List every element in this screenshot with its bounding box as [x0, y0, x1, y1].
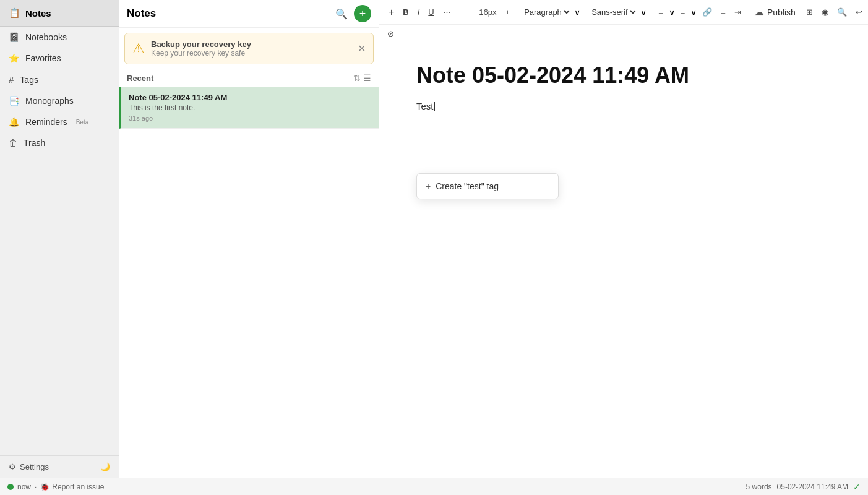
status-right: 5 words 05-02-2024 11:49 AM ✓: [746, 482, 861, 492]
columns-button[interactable]: ⊞: [803, 6, 816, 19]
sidebar-header: 📋 Notes: [0, 0, 119, 27]
settings-label: Settings: [20, 462, 49, 471]
report-issue-label: Report an issue: [52, 483, 104, 491]
night-mode-icon: 🌙: [100, 462, 110, 471]
warning-banner: ⚠ Backup your recovery key Keep your rec…: [124, 33, 374, 64]
night-mode-button[interactable]: 🌙: [100, 462, 110, 471]
notes-list-title: Notes: [127, 7, 329, 20]
settings-button[interactable]: ⚙ Settings: [9, 462, 49, 471]
tag-plus-icon: +: [426, 181, 431, 191]
sync-check-icon: ✓: [853, 482, 861, 492]
add-block-button[interactable]: +: [385, 5, 397, 20]
sync-status-dot: [7, 484, 14, 490]
sidebar-item-monographs[interactable]: 📑 Monographs: [0, 90, 119, 111]
recent-actions: ⇅ ☰: [353, 73, 371, 83]
font-size-display: 16px: [476, 6, 499, 19]
sidebar-item-reminders[interactable]: 🔔 Reminders Beta: [0, 111, 119, 132]
format-clear-button[interactable]: ⊘: [384, 27, 397, 40]
tags-icon: #: [9, 74, 14, 85]
undo-button[interactable]: ↩: [853, 6, 866, 19]
warning-text: Backup your recovery key Keep your recov…: [151, 40, 351, 58]
reminders-badge: Beta: [76, 119, 89, 126]
font-family-select[interactable]: Sans-serif: [589, 7, 638, 17]
note-list-item[interactable]: Note 05-02-2024 11:49 AM This is the fir…: [119, 87, 379, 129]
focus-button[interactable]: ◉: [819, 6, 831, 19]
warning-close-button[interactable]: ✕: [358, 43, 366, 54]
editor-top-toolbar: + B I U ⋯ − 16px + Paragraph ∨ Sans-seri…: [379, 0, 868, 25]
add-note-button[interactable]: +: [354, 5, 371, 22]
search-button[interactable]: 🔍: [333, 6, 350, 22]
note-item-preview: This is the first note.: [129, 103, 371, 112]
sidebar-item-label: Monographs: [25, 96, 74, 106]
search-in-note-button[interactable]: 🔍: [834, 6, 850, 19]
sidebar-item-label: Tags: [20, 75, 38, 85]
paragraph-select[interactable]: Paragraph: [522, 7, 572, 17]
sidebar-bottom: ⚙ Settings 🌙: [0, 455, 119, 478]
ordered-list-chevron: ∨: [669, 7, 675, 17]
increase-font-button[interactable]: +: [502, 6, 513, 19]
paragraph-chevron-icon: ∨: [574, 7, 580, 17]
note-item-title: Note 05-02-2024 11:49 AM: [129, 93, 371, 102]
settings-icon: ⚙: [9, 462, 16, 471]
underline-button[interactable]: U: [425, 6, 437, 19]
warning-icon: ⚠: [132, 41, 145, 57]
sidebar-item-label: Notebooks: [25, 32, 67, 42]
note-body-content: Test: [416, 101, 434, 111]
publish-icon: ☁: [754, 6, 764, 18]
ordered-list-button[interactable]: ≡: [655, 6, 666, 19]
link-button[interactable]: 🔗: [699, 6, 715, 19]
reminders-icon: 🔔: [9, 117, 19, 127]
unordered-list-button[interactable]: ≡: [677, 6, 689, 19]
publish-button[interactable]: ☁ Publish: [749, 4, 801, 20]
sidebar-item-label: Favorites: [25, 53, 61, 63]
sidebar-item-label: Trash: [24, 138, 45, 148]
editor-content[interactable]: Note 05-02-2024 11:49 AM Test + Create "…: [379, 43, 868, 478]
recent-header: Recent ⇅ ☰: [119, 69, 379, 87]
more-options-button[interactable]: ⋯: [440, 6, 454, 19]
view-toggle-button[interactable]: ☰: [363, 73, 371, 83]
recent-label: Recent: [127, 74, 350, 83]
text-cursor: [434, 102, 435, 111]
editor-panel: + B I U ⋯ − 16px + Paragraph ∨ Sans-seri…: [379, 0, 868, 478]
notes-icon: 📋: [9, 7, 20, 19]
decrease-font-button[interactable]: −: [463, 6, 474, 19]
sidebar-item-notebooks[interactable]: 📓 Notebooks: [0, 27, 119, 48]
monographs-icon: 📑: [9, 96, 19, 106]
warning-title: Backup your recovery key: [151, 40, 351, 49]
sync-time-label: now: [17, 483, 31, 491]
notes-list-header: Notes 🔍 +: [119, 0, 379, 28]
tag-dropdown: + Create "test" tag: [416, 173, 559, 199]
separator-dot: ·: [35, 483, 37, 491]
note-title-heading: Note 05-02-2024 11:49 AM: [416, 62, 831, 88]
create-tag-item[interactable]: + Create "test" tag: [417, 176, 558, 196]
sidebar-item-favorites[interactable]: ⭐ Favorites: [0, 48, 119, 69]
create-tag-label: Create "test" tag: [436, 181, 499, 191]
sidebar-item-label: Reminders: [25, 117, 67, 127]
trash-icon: 🗑: [9, 138, 17, 148]
notebooks-icon: 📓: [9, 32, 19, 42]
word-count: 5 words: [746, 483, 772, 491]
warning-subtitle: Keep your recovery key safe: [151, 49, 351, 58]
status-date: 05-02-2024 11:49 AM: [777, 483, 848, 491]
report-issue-button[interactable]: 🐞 Report an issue: [40, 483, 104, 491]
note-item-time: 31s ago: [129, 114, 371, 122]
sort-button[interactable]: ⇅: [353, 73, 361, 83]
sidebar-title: Notes: [25, 8, 51, 19]
align-button[interactable]: ≡: [718, 6, 729, 19]
bug-icon: 🐞: [40, 483, 49, 491]
status-bar: now · 🐞 Report an issue 5 words 05-02-20…: [0, 478, 868, 495]
indent-button[interactable]: ⇥: [731, 6, 744, 19]
sidebar-item-tags[interactable]: # Tags: [0, 69, 119, 90]
sidebar-item-trash[interactable]: 🗑 Trash: [0, 132, 119, 153]
font-chevron-icon: ∨: [640, 7, 647, 17]
notes-list-panel: Notes 🔍 + ⚠ Backup your recovery key Kee…: [119, 0, 379, 478]
editor-secondary-toolbar: ⊘: [379, 25, 868, 43]
italic-button[interactable]: I: [415, 6, 423, 19]
note-body-text[interactable]: Test: [416, 101, 831, 163]
publish-label: Publish: [767, 7, 796, 17]
favorites-icon: ⭐: [9, 53, 19, 63]
sidebar: 📋 Notes 📓 Notebooks ⭐ Favorites # Tags 📑…: [0, 0, 119, 478]
unordered-list-chevron: ∨: [690, 7, 697, 17]
bold-button[interactable]: B: [400, 6, 411, 19]
